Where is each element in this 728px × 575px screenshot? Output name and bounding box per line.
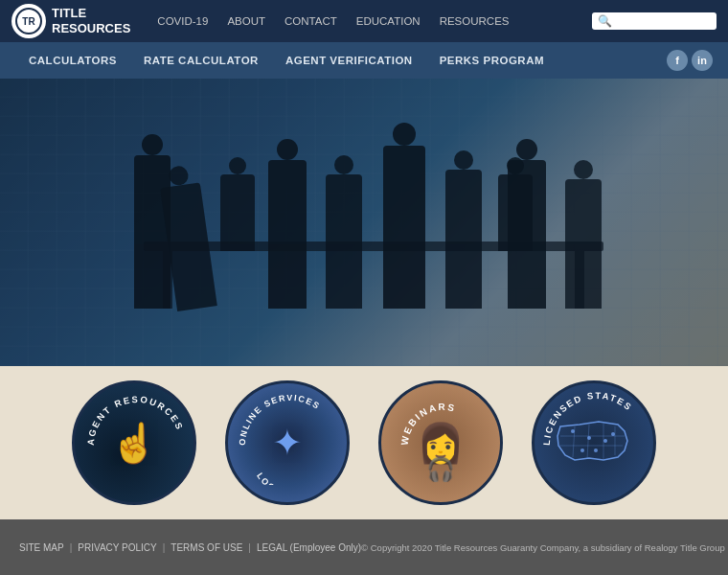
silhouettes — [77, 136, 651, 309]
footer-sep-2: | — [163, 542, 166, 553]
circle-online-services[interactable]: ONLINE SERVICES LOGIN ✦ — [225, 380, 350, 505]
circle-online-image: ONLINE SERVICES LOGIN ✦ — [225, 380, 350, 505]
circle-agent-resources[interactable]: AGENT RESOURCES ☝ — [72, 380, 196, 505]
svg-point-15 — [603, 439, 607, 443]
search-input[interactable] — [616, 15, 711, 27]
footer-links: SITE MAP | PRIVACY POLICY | TERMS OF USE… — [19, 542, 361, 553]
svg-line-8 — [587, 425, 589, 459]
social-icons: f in — [667, 50, 713, 71]
svg-text:TR: TR — [22, 16, 35, 27]
search-box[interactable]: 🔍 — [592, 12, 717, 30]
footer-legal[interactable]: LEGAL (Employee Only) — [257, 542, 361, 553]
linkedin-icon[interactable]: in — [692, 50, 713, 71]
logo-icon: TR — [11, 4, 46, 38]
circle-licensed-states[interactable]: LICENSED STATES — [532, 380, 656, 505]
secondary-navigation: CALCULATORS RATE CALCULATOR AGENT VERIFI… — [0, 42, 728, 79]
search-icon: 🔍 — [598, 14, 612, 28]
svg-point-14 — [587, 436, 591, 440]
svg-point-17 — [611, 432, 615, 436]
svg-point-16 — [594, 448, 598, 452]
circles-section: AGENT RESOURCES ☝ ONLINE SERVICES — [0, 366, 728, 519]
sec-nav-perks-program[interactable]: PERKS PROGRAM — [426, 42, 557, 79]
svg-text:LOGIN: LOGIN — [255, 472, 287, 485]
nav-link-resources[interactable]: RESOURCES — [430, 15, 519, 27]
footer-privacy[interactable]: PRIVACY POLICY — [78, 542, 156, 553]
footer-copyright: © Copyright 2020 Title Resources Guarant… — [361, 542, 725, 553]
footer-sitemap[interactable]: SITE MAP — [19, 542, 64, 553]
top-navigation: TR TITLE RESOURCES COVID-19 ABOUT CONTAC… — [0, 0, 728, 42]
nav-link-education[interactable]: EDUCATION — [347, 15, 430, 27]
hero-section — [0, 79, 728, 366]
sec-nav-calculators[interactable]: CALCULATORS — [15, 42, 130, 79]
footer: SITE MAP | PRIVACY POLICY | TERMS OF USE… — [0, 519, 728, 575]
circle-agent-image: AGENT RESOURCES ☝ — [72, 380, 196, 505]
nav-link-about[interactable]: ABOUT — [217, 15, 275, 27]
logo[interactable]: TR TITLE RESOURCES — [11, 4, 130, 38]
circle-states-image: LICENSED STATES — [532, 380, 656, 505]
sec-nav-agent-verification[interactable]: AGENT VERIFICATION — [272, 42, 426, 79]
circle-webinars[interactable]: WEBINARS 👩 🎧 — [378, 380, 503, 505]
nav-link-contact[interactable]: CONTACT — [275, 15, 347, 27]
nav-link-covid[interactable]: COVID-19 — [148, 15, 217, 27]
svg-point-13 — [571, 429, 575, 433]
top-nav-links: COVID-19 ABOUT CONTACT EDUCATION RESOURC… — [148, 15, 592, 27]
facebook-icon[interactable]: f — [667, 50, 688, 71]
svg-point-18 — [580, 448, 584, 452]
footer-sep-1: | — [70, 542, 73, 553]
footer-terms[interactable]: TERMS OF USE — [171, 542, 242, 553]
logo-text: TITLE RESOURCES — [52, 6, 130, 35]
sec-nav-rate-calculator[interactable]: RATE CALCULATOR — [130, 42, 272, 79]
footer-sep-3: | — [248, 542, 251, 553]
circle-webinar-image: WEBINARS 👩 🎧 — [378, 380, 503, 505]
